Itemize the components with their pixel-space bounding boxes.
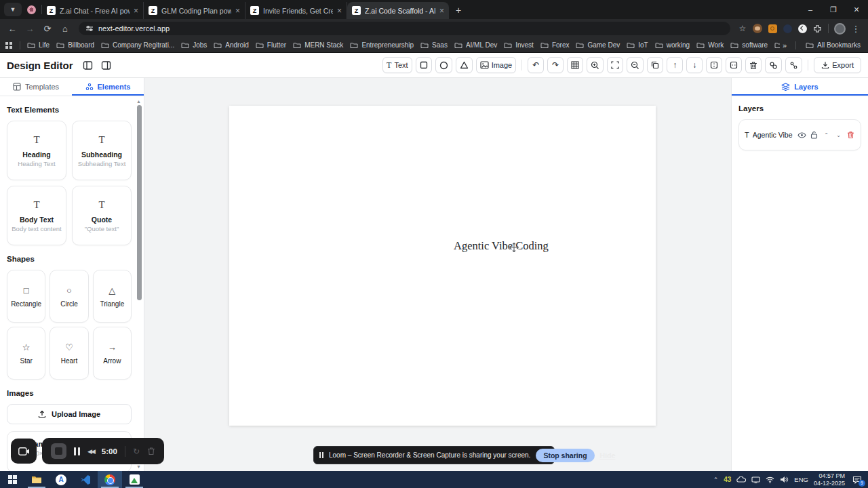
shape-card[interactable]: → Arrow [93,327,132,380]
export-button[interactable]: Export [814,57,861,73]
hide-link[interactable]: Hide [600,451,616,460]
display-icon[interactable] [751,476,760,483]
zoom-out-button[interactable] [627,57,644,73]
tab-close-icon[interactable]: × [337,6,342,16]
taskbar-clock[interactable]: 04:57 PM 04-12-2025 [814,472,845,487]
tab-layers[interactable]: Layers [732,78,868,96]
scrollbar-thumb[interactable] [137,105,142,300]
extension-clock-icon[interactable] [795,22,809,35]
duplicate-button[interactable] [647,57,663,73]
bookmark-folder[interactable]: Game Dev [572,40,623,50]
layer-visibility-icon[interactable] [797,132,806,138]
reload-button[interactable]: ⟳ [39,21,56,36]
delete-button[interactable] [745,57,762,73]
restore-button[interactable]: ❐ [822,0,845,19]
layer-delete-icon[interactable] [846,131,855,139]
rewind-button[interactable]: ◀◀ [87,448,94,455]
start-button[interactable] [0,471,24,488]
layer-move-up-icon[interactable]: ⌃ [822,132,831,138]
tray-expand-chevron[interactable]: ⌃ [713,476,719,483]
bookmark-folder[interactable]: Android [210,40,252,50]
volume-icon[interactable] [780,476,789,483]
scrollbar-up-arrow[interactable]: ▲ [136,99,141,104]
bookmark-folder[interactable]: MERN Stack [290,40,347,50]
bookmark-folder[interactable]: IoT [623,40,651,50]
layer-item[interactable]: T Agentic Vibe Coc ⌃ ⌄ [738,119,861,150]
text-element-card[interactable]: T Subheading Subheading Text [72,121,132,180]
add-text-button[interactable]: TText [382,57,412,73]
bookmark-folder[interactable]: Entrepreneurship [347,40,417,50]
bookmark-folder[interactable]: Jobs [178,40,210,50]
taskbar-vscode[interactable] [73,471,98,488]
tab-templates[interactable]: Templates [0,78,72,96]
grid-toggle-button[interactable] [567,57,583,73]
taskbar-media-app[interactable] [122,471,146,488]
align-horizontal-center-button[interactable] [706,57,722,73]
stop-recording-button[interactable] [51,443,66,459]
notification-center-button[interactable]: 9 [850,474,864,486]
bookmark-folder[interactable]: Forex [537,40,573,50]
group-button[interactable] [765,57,782,73]
layer-move-down-icon[interactable]: ⌄ [834,132,843,138]
add-triangle-button[interactable] [456,57,473,73]
text-element-card[interactable]: T Quote "Quote text" [72,186,132,245]
tab-close-icon[interactable]: × [235,6,240,16]
undo-button[interactable]: ↶ [528,57,544,73]
bookmarks-overflow-chevron[interactable]: » [783,41,787,49]
bookmark-folder[interactable]: Company Regitrati... [98,40,178,50]
bookmark-folder[interactable]: Invest [500,40,537,50]
shape-card[interactable]: □ Rectangle [7,270,45,323]
address-bar[interactable]: next-editor.vercel.app [79,22,730,35]
wifi-icon[interactable] [766,476,774,483]
bookmark-star-icon[interactable]: ☆ [736,22,749,35]
restart-recording-icon[interactable]: ↻ [133,447,140,456]
fit-screen-button[interactable] [607,57,623,73]
shape-card[interactable]: △ Triangle [93,270,132,323]
all-bookmarks-button[interactable]: All Bookmarks [802,40,864,50]
language-indicator[interactable]: ENG [794,476,808,483]
upload-image-button[interactable]: Upload Image [7,404,132,424]
bring-forward-button[interactable]: ↑ [667,57,683,73]
scrollbar-down-arrow[interactable]: ▼ [136,464,141,469]
bookmark-folder[interactable]: AI/ML Dev [451,40,500,50]
update-count[interactable]: 43 [724,476,731,483]
browser-tab[interactable]: Z GLM Coding Plan powered by G × [144,2,245,19]
forward-button[interactable]: → [22,21,38,36]
bookmark-folder[interactable]: Life [24,40,53,50]
bookmark-folder[interactable]: programming [771,40,780,50]
canvas-area[interactable]: Agentic Vibe Coding [144,78,731,471]
bookmark-folder[interactable]: Saas [417,40,451,50]
bookmark-folder[interactable]: Work [693,40,727,50]
taskbar-chrome[interactable] [98,471,122,488]
extension-navy-icon[interactable] [781,22,794,35]
discard-recording-icon[interactable] [147,447,155,455]
home-button[interactable]: ⌂ [57,21,73,36]
send-backward-button[interactable]: ↓ [686,57,703,73]
back-button[interactable]: ← [4,21,20,36]
shape-card[interactable]: ○ Circle [50,270,88,323]
camera-toggle-button[interactable] [11,439,37,464]
browser-tab[interactable]: Z Z.ai Code Scaffold - AI-Powere × [347,2,449,19]
tab-elements[interactable]: Elements [72,78,144,96]
toggle-right-panel-icon[interactable] [101,60,111,70]
tab-close-icon[interactable]: × [439,6,444,16]
shape-card[interactable]: ☆ Star [7,327,45,380]
new-tab-button[interactable]: + [456,5,461,16]
profile-avatar[interactable] [833,22,846,35]
text-element-card[interactable]: T Body Text Body text content [7,186,66,245]
taskbar-file-explorer[interactable] [24,471,49,488]
canvas-text-element[interactable]: Agentic Vibe Coding [454,239,549,253]
onedrive-icon[interactable] [736,476,746,483]
text-element-card[interactable]: T Heading Heading Text [7,121,66,180]
close-button[interactable]: ✕ [845,0,868,19]
pause-recording-button[interactable] [74,447,80,455]
bookmark-folder[interactable]: working [652,40,693,50]
minimize-button[interactable]: – [799,0,822,19]
add-rectangle-button[interactable] [416,57,432,73]
extension-monkey-icon[interactable] [751,22,764,35]
add-image-button[interactable]: Image [476,57,517,73]
toggle-left-panel-icon[interactable] [83,60,93,70]
browser-tab[interactable]: Z Z.ai Chat - Free AI powered by × [42,2,144,19]
apps-grid-icon[interactable] [5,42,12,49]
bookmark-folder[interactable]: Flutter [252,40,290,50]
